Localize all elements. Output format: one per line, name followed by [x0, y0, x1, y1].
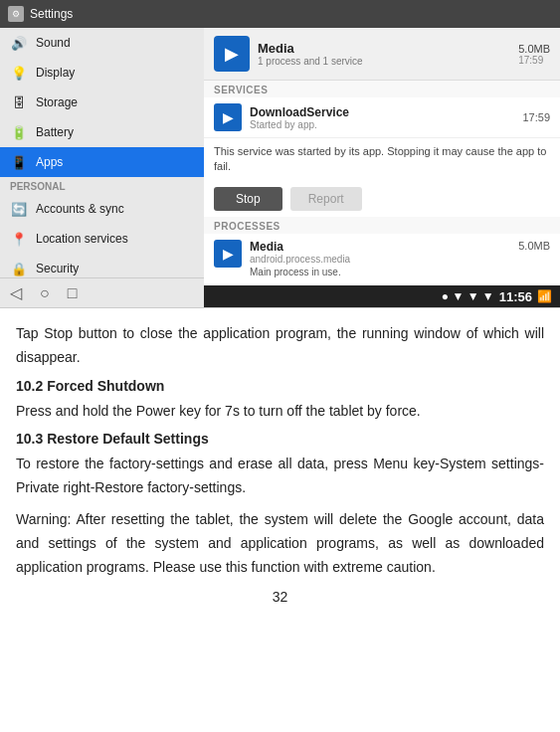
storage-icon: 🗄 — [10, 93, 28, 111]
app-header: ▶ Media 1 process and 1 service 5.0MB 17… — [204, 28, 560, 81]
service-sub: Started by app. — [250, 119, 522, 130]
para3: To restore the factory-settings and eras… — [16, 453, 544, 500]
sidebar-item-storage-label: Storage — [36, 95, 78, 109]
apps-icon: 📱 — [10, 153, 28, 171]
back-button[interactable]: ◁ — [10, 283, 22, 302]
text-content: Tap Stop button to close the application… — [0, 308, 560, 625]
app-size2: 17:59 — [518, 55, 550, 66]
sidebar-item-storage[interactable]: 🗄 Storage — [0, 88, 204, 117]
app-size: 5.0MB — [518, 43, 550, 55]
stop-button[interactable]: Stop — [214, 187, 282, 211]
nav-bar: ◁ ○ □ — [0, 277, 204, 307]
process-size: 5.0MB — [518, 240, 550, 252]
app-detail: ▶ Media 1 process and 1 service 5.0MB 17… — [204, 28, 560, 308]
title-bar-label: Settings — [30, 7, 73, 21]
service-time: 17:59 — [522, 111, 550, 123]
recent-button[interactable]: □ — [68, 284, 78, 302]
sidebar-item-accounts[interactable]: 🔄 Accounts & sync — [0, 194, 204, 224]
process-icon: ▶ — [214, 240, 242, 268]
sidebar-item-sound[interactable]: 🔊 Sound — [0, 28, 204, 58]
status-bar: ● ▼ ▼ ▼ 11:56 📶 — [204, 285, 560, 307]
sidebar: 🔊 Sound 💡 Display 🗄 Storage 🔋 Battery 📱 … — [0, 28, 204, 308]
sidebar-item-battery-label: Battery — [36, 125, 74, 139]
buttons-row: Stop Report — [204, 181, 560, 217]
app-sub: 1 process and 1 service — [258, 56, 518, 67]
process-name: Media — [250, 240, 518, 254]
service-row: ▶ DownloadService Started by app. 17:59 — [204, 97, 560, 138]
accounts-icon: 🔄 — [10, 200, 28, 218]
sidebar-item-display[interactable]: 💡 Display — [0, 58, 204, 88]
wifi-icon: 📶 — [537, 289, 552, 303]
battery-icon: 🔋 — [10, 123, 28, 141]
process-pkg: android.process.media — [250, 254, 518, 265]
sidebar-item-security-label: Security — [36, 262, 79, 275]
service-name: DownloadService — [250, 105, 522, 119]
page-number: 32 — [16, 589, 544, 615]
service-desc: This service was started by its app. Sto… — [204, 138, 560, 181]
sidebar-item-sound-label: Sound — [36, 36, 71, 50]
display-icon: 💡 — [10, 64, 28, 82]
personal-section-label: PERSONAL — [0, 177, 204, 194]
process-info: Media android.process.media Main process… — [250, 240, 518, 277]
processes-section-label: PROCESSES — [204, 217, 560, 234]
sidebar-item-location[interactable]: 📍 Location services — [0, 224, 204, 254]
status-icons: ● ▼ ▼ ▼ — [442, 289, 494, 303]
report-button[interactable]: Report — [290, 187, 362, 211]
settings-icon: ⚙ — [8, 6, 24, 22]
title-bar: ⚙ Settings — [0, 0, 560, 28]
app-name: Media — [258, 41, 518, 56]
location-icon: 📍 — [10, 230, 28, 248]
services-section-label: SERVICES — [204, 81, 560, 97]
status-time: 11:56 — [499, 289, 532, 304]
sidebar-item-battery[interactable]: 🔋 Battery — [0, 117, 204, 147]
heading3: 10.3 Restore Default Settings — [16, 431, 544, 447]
sidebar-item-accounts-label: Accounts & sync — [36, 202, 124, 216]
app-header-icon: ▶ — [214, 36, 250, 72]
sidebar-item-apps-label: Apps — [36, 155, 63, 169]
security-icon: 🔒 — [10, 260, 28, 277]
process-desc: Main process in use. — [250, 267, 518, 277]
home-button[interactable]: ○ — [40, 284, 50, 302]
para4: Warning: After resetting the tablet, the… — [16, 508, 544, 579]
app-layout: 🔊 Sound 💡 Display 🗄 Storage 🔋 Battery 📱 … — [0, 28, 560, 308]
screenshot-area: ⚙ Settings 🔊 Sound 💡 Display 🗄 Storage 🔋… — [0, 0, 560, 308]
app-header-info: Media 1 process and 1 service — [258, 41, 518, 67]
sidebar-item-location-label: Location services — [36, 232, 128, 246]
para2: Press and hold the Power key for 7s to t… — [16, 400, 544, 424]
sidebar-item-apps[interactable]: 📱 Apps — [0, 147, 204, 177]
para1: Tap Stop button to close the application… — [16, 322, 544, 370]
heading2: 10.2 Forced Shutdown — [16, 378, 544, 394]
sidebar-item-display-label: Display — [36, 66, 75, 80]
service-info: DownloadService Started by app. — [250, 105, 522, 130]
app-header-sizes: 5.0MB 17:59 — [518, 43, 550, 66]
service-icon: ▶ — [214, 103, 242, 131]
sound-icon: 🔊 — [10, 34, 28, 52]
process-row: ▶ Media android.process.media Main proce… — [204, 234, 560, 283]
